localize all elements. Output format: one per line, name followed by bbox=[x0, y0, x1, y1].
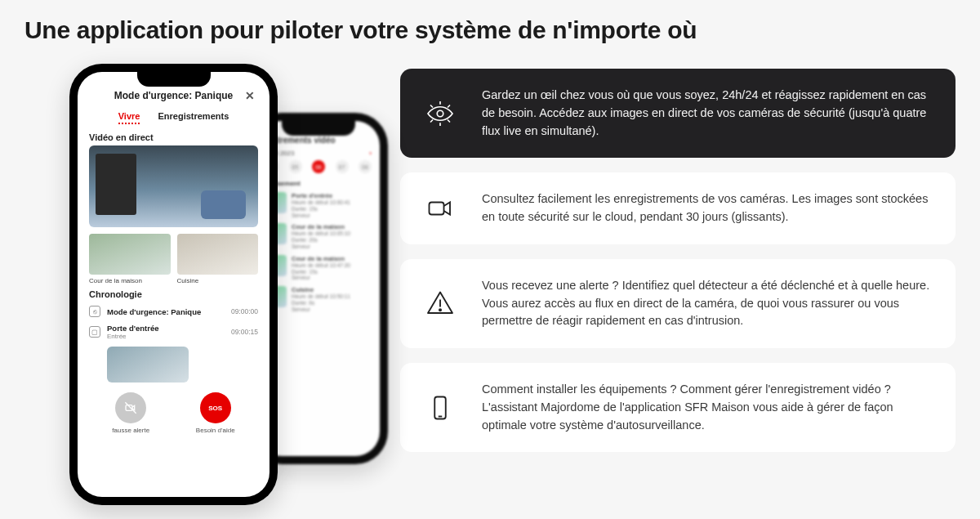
day-cell[interactable]: 05 bbox=[289, 160, 302, 173]
phone-front: Mode d'urgence: Panique ✕ Vivre Enregist… bbox=[69, 64, 278, 505]
chrono-item[interactable]: ▢ Porte d'entréeEntrée 09:00:15 bbox=[89, 320, 258, 343]
thumb-kitchen-label: Cuisine bbox=[177, 277, 259, 284]
svg-rect-9 bbox=[430, 203, 444, 215]
svg-rect-12 bbox=[434, 396, 446, 418]
day-cell[interactable]: 07 bbox=[336, 160, 349, 173]
thumb-yard[interactable] bbox=[89, 234, 171, 275]
chrono-preview[interactable] bbox=[107, 347, 189, 383]
close-icon[interactable]: ✕ bbox=[245, 89, 255, 102]
day-cell[interactable]: 08 bbox=[359, 160, 372, 173]
svg-point-2 bbox=[437, 110, 443, 117]
chrono-section-label: Chronologie bbox=[89, 289, 258, 299]
svg-line-5 bbox=[430, 105, 433, 107]
recording-item[interactable]: Porte d'entréeHeure de début 10:00:41Dur… bbox=[265, 192, 372, 218]
feature-text: Consultez facilement les enregistrements… bbox=[482, 190, 934, 226]
chevron-right-icon[interactable]: › bbox=[369, 150, 372, 157]
back-title: gistrements vidéo bbox=[265, 136, 372, 145]
recording-item[interactable]: Cour de la maisonHeure de début 10:47:20… bbox=[265, 255, 372, 281]
tab-recordings[interactable]: Enregistrements bbox=[158, 111, 229, 124]
live-section-label: Vidéo en direct bbox=[89, 132, 258, 142]
day-cell[interactable]: 06 bbox=[312, 160, 325, 173]
live-video-main[interactable] bbox=[89, 145, 258, 227]
svg-line-6 bbox=[448, 119, 450, 122]
eye-icon bbox=[421, 99, 459, 128]
feature-card-alert: Vous recevez une alerte ? Identifiez que… bbox=[400, 259, 956, 348]
panic-icon: ⎋ bbox=[89, 306, 100, 317]
alert-icon bbox=[421, 289, 459, 318]
recording-item[interactable]: Cour de la maisonHeure de début 10:05:10… bbox=[265, 223, 372, 249]
group-label: housement bbox=[265, 180, 372, 187]
phone-icon bbox=[421, 393, 459, 423]
phones-mock: gistrements vidéo Avril 2023 › 040506070… bbox=[24, 64, 376, 519]
svg-line-8 bbox=[430, 119, 433, 122]
feature-text: Gardez un œil chez vous où que vous soye… bbox=[482, 87, 934, 140]
feature-card-eye: Gardez un œil chez vous où que vous soye… bbox=[400, 69, 956, 158]
feature-text: Vous recevez une alerte ? Identifiez que… bbox=[482, 277, 934, 330]
sos-icon: SOS bbox=[200, 392, 231, 423]
thumb-yard-label: Cour de la maison bbox=[89, 277, 171, 284]
recording-item[interactable]: CuisineHeure de début 10:50:11Durée: 8sS… bbox=[265, 286, 372, 312]
feature-card-camera: Consultez facilement les enregistrements… bbox=[400, 172, 956, 244]
page-title: Une application pour piloter votre systè… bbox=[24, 16, 956, 44]
emergency-title: Mode d'urgence: Panique bbox=[114, 90, 234, 101]
door-icon: ▢ bbox=[89, 326, 100, 338]
svg-point-11 bbox=[439, 310, 441, 311]
svg-line-7 bbox=[448, 105, 450, 107]
sos-button[interactable]: SOS Besoin d'aide bbox=[196, 392, 235, 434]
feature-card-phone: Comment installer les équipements ? Comm… bbox=[400, 363, 956, 452]
tab-live[interactable]: Vivre bbox=[118, 111, 140, 124]
feature-text: Comment installer les équipements ? Comm… bbox=[482, 381, 934, 434]
false-alert-button[interactable]: fausse alerte bbox=[112, 392, 149, 434]
thumb-kitchen[interactable] bbox=[177, 234, 259, 275]
camera-off-icon bbox=[115, 392, 146, 423]
feature-list: Gardez un œil chez vous où que vous soye… bbox=[400, 64, 956, 519]
camera-icon bbox=[421, 194, 459, 223]
chrono-item[interactable]: ⎋ Mode d'urgence: Panique 09:00:00 bbox=[89, 302, 258, 320]
